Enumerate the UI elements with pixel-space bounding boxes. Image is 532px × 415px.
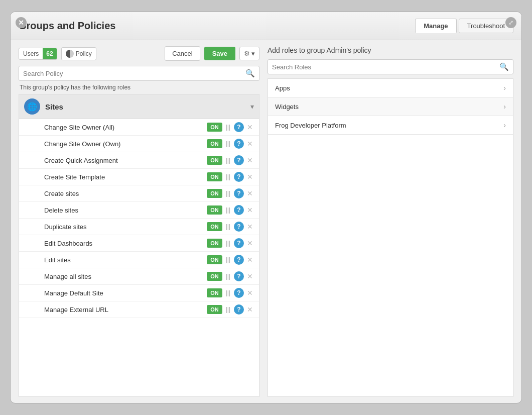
modal-body: Users 62 Policy Cancel Save ⚙ ▾ 🔍 [11,40,521,403]
modal: ✕ ⤢ Groups and Policies Manage Troublesh… [10,12,522,403]
save-button[interactable]: Save [204,47,235,60]
info-button[interactable]: ? [234,238,244,248]
bars-icon[interactable]: ||| [224,273,232,280]
policy-icon [66,50,74,58]
toolbar: Users 62 Policy Cancel Save ⚙ ▾ [19,46,259,61]
sites-collapse-icon[interactable]: ▾ [250,102,254,111]
role-name: Create Site Template [44,173,207,181]
bars-icon[interactable]: ||| [224,206,232,214]
bars-icon[interactable]: ||| [224,240,232,247]
remove-button[interactable]: ✕ [246,156,254,164]
cancel-button[interactable]: Cancel [165,46,200,61]
role-controls: ON ||| ? ✕ [207,304,254,315]
bars-icon[interactable]: ||| [224,190,232,197]
category-label: Frog Developer Platform [275,122,503,129]
bars-icon[interactable]: ||| [224,173,232,180]
info-button[interactable]: ? [234,155,244,165]
info-button[interactable]: ? [234,271,244,281]
right-panel-title: Add roles to group Admin's policy [268,46,513,54]
left-panel: Users 62 Policy Cancel Save ⚙ ▾ 🔍 [19,46,259,397]
remove-button[interactable]: ✕ [246,305,254,314]
table-row: Edit sites ON ||| ? ✕ [19,252,259,268]
remove-button[interactable]: ✕ [246,206,254,214]
on-button[interactable]: ON [207,205,222,215]
role-controls: ON ||| ? ✕ [207,255,254,265]
gear-button[interactable]: ⚙ ▾ [239,47,259,60]
policy-label: Policy [76,50,92,57]
category-widgets[interactable]: Widgets › [268,97,513,116]
role-controls: ON ||| ? ✕ [207,222,254,232]
role-name: Change Site Owner (Own) [44,140,207,148]
info-button[interactable]: ? [234,222,244,232]
role-controls: ON ||| ? ✕ [207,271,254,281]
category-apps[interactable]: Apps › [268,79,513,97]
role-name: Create sites [44,190,207,197]
info-button[interactable]: ? [234,122,244,132]
remove-button[interactable]: ✕ [246,223,254,231]
on-button[interactable]: ON [207,222,222,231]
gear-icon: ⚙ [244,50,250,57]
on-button[interactable]: ON [207,305,222,314]
sites-header: 🌐 Sites ▾ [19,94,259,119]
table-row: Manage External URL ON ||| ? ✕ [19,301,259,318]
role-name: Manage External URL [44,306,207,314]
category-label: Widgets [275,103,503,111]
roles-categories-list: Apps › Widgets › Frog Developer Platform… [268,78,513,397]
remove-button[interactable]: ✕ [246,289,254,297]
info-button[interactable]: ? [234,188,244,198]
on-button[interactable]: ON [207,255,222,264]
role-controls: ON ||| ? ✕ [207,155,254,165]
search-roles-input[interactable] [272,63,499,71]
role-controls: ON ||| ? ✕ [207,139,254,149]
info-button[interactable]: ? [234,288,244,298]
remove-button[interactable]: ✕ [246,189,254,197]
on-button[interactable]: ON [207,172,222,181]
resize-button[interactable]: ⤢ [505,17,516,28]
remove-button[interactable]: ✕ [246,256,254,264]
info-button[interactable]: ? [234,304,244,315]
role-controls: ON ||| ? ✕ [207,205,254,215]
on-button[interactable]: ON [207,272,222,281]
on-button[interactable]: ON [207,139,222,148]
table-row: Create Site Template ON ||| ? ✕ [19,169,259,185]
table-row: Edit Dashboards ON ||| ? ✕ [19,235,259,252]
table-row: Change Site Owner (Own) ON ||| ? ✕ [19,136,259,152]
search-icon: 🔍 [245,69,255,78]
category-frog-developer[interactable]: Frog Developer Platform › [268,116,513,135]
bars-icon[interactable]: ||| [224,289,232,296]
info-button[interactable]: ? [234,172,244,182]
sites-title: Sites [45,102,245,111]
users-badge: Users 62 [19,48,57,60]
info-button[interactable]: ? [234,139,244,149]
on-button[interactable]: ON [207,239,222,248]
bars-icon[interactable]: ||| [224,140,232,147]
on-button[interactable]: ON [207,123,222,132]
role-controls: ON ||| ? ✕ [207,188,254,198]
right-panel: Add roles to group Admin's policy 🔍 Apps… [268,46,513,397]
bars-icon[interactable]: ||| [224,157,232,164]
bars-icon[interactable]: ||| [224,256,232,263]
on-button[interactable]: ON [207,288,222,297]
table-row: Manage all sites ON ||| ? ✕ [19,268,259,285]
role-name: Delete sites [44,206,207,214]
on-button[interactable]: ON [207,189,222,198]
search-policy-input[interactable] [23,70,245,77]
on-button[interactable]: ON [207,156,222,165]
remove-button[interactable]: ✕ [246,272,254,280]
modal-header: Groups and Policies Manage Troubleshoot [11,12,521,40]
modal-title: Groups and Policies [19,20,115,32]
close-button[interactable]: ✕ [16,17,27,28]
bars-icon[interactable]: ||| [224,223,232,230]
remove-button[interactable]: ✕ [246,123,254,131]
roles-scroll[interactable]: Change Site Owner (All) ON ||| ? ✕ Chang… [19,119,259,396]
remove-button[interactable]: ✕ [246,239,254,247]
bars-icon[interactable]: ||| [224,124,232,131]
policy-badge[interactable]: Policy [61,47,96,60]
info-button[interactable]: ? [234,255,244,265]
bars-icon[interactable]: ||| [224,306,232,313]
remove-button[interactable]: ✕ [246,173,254,181]
remove-button[interactable]: ✕ [246,140,254,148]
role-controls: ON ||| ? ✕ [207,122,254,132]
info-button[interactable]: ? [234,205,244,215]
tab-manage[interactable]: Manage [415,19,456,33]
